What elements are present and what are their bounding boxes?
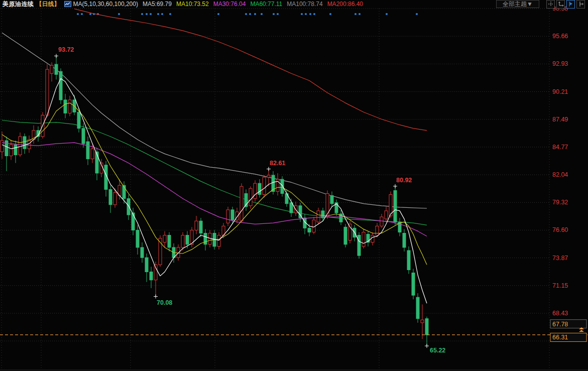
event-dot[interactable] (141, 13, 143, 15)
candle-body[interactable] (23, 137, 26, 149)
candle-body[interactable] (226, 210, 229, 223)
price-axis-label: 79.32 (552, 199, 568, 206)
candle-body[interactable] (308, 228, 311, 232)
event-dot[interactable] (169, 13, 171, 15)
line-chart-tool-button[interactable] (566, 0, 575, 9)
candle-body[interactable] (371, 235, 374, 242)
candle-body[interactable] (132, 213, 135, 230)
candle-body[interactable] (46, 69, 49, 115)
event-dot[interactable] (301, 13, 303, 15)
candle-body[interactable] (344, 227, 347, 244)
candle-body[interactable] (64, 100, 67, 113)
candle-body[interactable] (168, 235, 171, 248)
candle-body[interactable] (394, 190, 397, 222)
event-dot[interactable] (359, 13, 361, 15)
candle-body[interactable] (181, 235, 184, 248)
candle-body[interactable] (281, 179, 284, 193)
event-dot[interactable] (146, 13, 148, 15)
event-dot[interactable] (254, 13, 256, 15)
candle-body[interactable] (421, 320, 424, 323)
candle-body[interactable] (290, 203, 293, 213)
event-dot[interactable] (249, 13, 251, 15)
event-dot[interactable] (416, 13, 418, 15)
candle-body[interactable] (86, 142, 89, 159)
candle-body[interactable] (263, 177, 266, 194)
candle-body[interactable] (109, 189, 112, 204)
event-dot[interactable] (355, 13, 357, 15)
chart-icon[interactable] (64, 1, 71, 7)
event-dot[interactable] (329, 13, 331, 15)
candle-body[interactable] (240, 186, 243, 221)
candle-body[interactable] (204, 233, 207, 244)
ma30-value: MA30:76.04 (213, 1, 246, 8)
event-dot[interactable] (81, 13, 83, 15)
candle-body[interactable] (177, 248, 180, 258)
candle-body[interactable] (358, 235, 361, 256)
price-axis-label: 90.21 (552, 88, 568, 95)
candle-body[interactable] (113, 192, 116, 204)
candle-body[interactable] (186, 235, 189, 244)
candle-body[interactable] (55, 64, 58, 74)
event-dot[interactable] (245, 13, 247, 15)
candle-body[interactable] (1, 141, 4, 152)
event-dot[interactable] (305, 13, 307, 15)
event-dot[interactable] (217, 13, 219, 15)
candle-body[interactable] (141, 248, 144, 258)
theme-dropdown[interactable]: 全部主题▼ (496, 0, 539, 8)
candle-body[interactable] (145, 258, 148, 272)
candle-body[interactable] (249, 188, 252, 205)
candle-body[interactable] (267, 175, 270, 177)
candle-body[interactable] (362, 232, 365, 246)
candle-body[interactable] (217, 235, 220, 246)
candle-body[interactable] (403, 233, 406, 247)
event-dot[interactable] (77, 13, 79, 15)
candle-body[interactable] (412, 273, 415, 296)
event-dot[interactable] (277, 13, 279, 15)
event-dot[interactable] (161, 13, 163, 15)
event-dot[interactable] (309, 13, 311, 15)
event-dot[interactable] (386, 13, 388, 15)
event-dot[interactable] (150, 13, 152, 15)
pan-right-icon (578, 1, 584, 7)
crosshair-tool-button[interactable] (546, 0, 555, 9)
candle-body[interactable] (127, 199, 130, 215)
candle-body[interactable] (425, 319, 428, 335)
candle-body[interactable] (199, 221, 202, 233)
candle-body[interactable] (231, 210, 234, 220)
candle-body[interactable] (14, 145, 17, 155)
candle-body[interactable] (136, 230, 139, 247)
candle-body[interactable] (77, 112, 80, 128)
candle-body[interactable] (258, 183, 261, 194)
candle-body[interactable] (150, 272, 153, 280)
candle-body[interactable] (195, 221, 198, 230)
ma100-value: MA100:78.74 (287, 1, 322, 8)
ma-settings-label: MA(5,10,30,60,100,200) (73, 1, 138, 8)
candle-body[interactable] (385, 211, 388, 219)
candle-body[interactable] (330, 196, 333, 204)
candle-body[interactable] (407, 251, 410, 270)
event-dot[interactable] (118, 13, 120, 15)
event-dot[interactable] (261, 13, 263, 15)
price-axis-label: 84.77 (552, 144, 568, 151)
axis-scale-tool-button[interactable] (556, 0, 565, 9)
event-dot[interactable] (157, 13, 159, 15)
candle-body[interactable] (416, 297, 419, 319)
extreme-price-label: 82.61 (270, 160, 285, 167)
chart-window: 98.3895.6692.9390.2187.4984.7782.0479.32… (0, 0, 588, 371)
candle-body[interactable] (163, 235, 166, 242)
price-axis-label: 76.60 (552, 226, 568, 233)
candle-body[interactable] (19, 137, 22, 155)
candle-body[interactable] (380, 217, 383, 226)
candle-body[interactable] (317, 211, 320, 222)
candle-body[interactable] (254, 183, 257, 198)
candle-body[interactable] (50, 65, 53, 73)
candle-body[interactable] (82, 129, 85, 144)
event-dot[interactable] (273, 13, 275, 15)
pan-right-tool-button[interactable] (576, 0, 585, 9)
candle-body[interactable] (59, 71, 62, 100)
event-dot[interactable] (313, 13, 315, 15)
candle-body[interactable] (10, 145, 13, 156)
candle-body[interactable] (91, 149, 94, 159)
candle-body[interactable] (68, 100, 71, 113)
candle-body[interactable] (376, 226, 379, 235)
